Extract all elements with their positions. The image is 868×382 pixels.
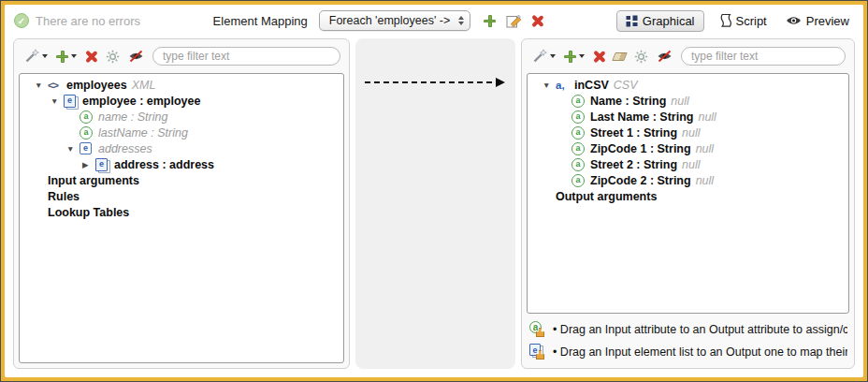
tab-script[interactable]: Script xyxy=(714,9,772,32)
preview-eye-icon xyxy=(786,15,802,26)
erase-values-button[interactable] xyxy=(614,52,626,61)
add-node-button[interactable] xyxy=(564,51,585,63)
delete-x-icon xyxy=(593,51,605,63)
script-view-icon xyxy=(718,13,731,28)
tree-item-label: ZipCode 1 : String xyxy=(590,142,691,155)
tree-row[interactable]: Street 1 : String null xyxy=(528,125,848,140)
tree-row[interactable]: Name : String null xyxy=(528,93,848,109)
tab-graphical-label: Graphical xyxy=(643,14,695,28)
expand-arrow-icon[interactable] xyxy=(82,160,95,169)
tree-item-suffix: null xyxy=(698,110,716,124)
tree-item-label: inCSV xyxy=(574,79,609,92)
check-circle-icon: ✓ xyxy=(14,13,29,28)
tree-item-label: Last Name : String xyxy=(590,110,693,124)
tree-item-label: Lookup Tables xyxy=(48,206,129,219)
tab-preview[interactable]: Preview xyxy=(781,10,854,32)
tree-item-label: lastName : String xyxy=(98,126,188,140)
tree-row[interactable]: address : address xyxy=(20,156,343,172)
delete-node-button[interactable] xyxy=(85,51,97,63)
tree-row[interactable]: Input arguments xyxy=(20,172,343,188)
expand-arrow-icon[interactable] xyxy=(51,96,64,106)
hint-row: e • Drag an Input element list to an Out… xyxy=(528,344,847,360)
attribute-icon xyxy=(571,157,587,171)
delete-mapping-button[interactable] xyxy=(531,15,543,27)
tree-item-label: employees xyxy=(66,79,127,92)
hide-attributes-button[interactable] xyxy=(657,50,673,63)
auto-map-button[interactable] xyxy=(24,49,48,64)
tree-row[interactable]: Rules xyxy=(20,188,343,204)
mapping-canvas xyxy=(355,38,515,369)
element-drag-icon: e xyxy=(528,344,545,360)
tree-item-suffix: null xyxy=(671,95,688,108)
tree-item-label: name : String xyxy=(98,110,167,124)
tree-row[interactable]: addresses xyxy=(20,140,343,156)
expand-arrow-icon[interactable] xyxy=(66,144,80,154)
dropdown-caret-icon xyxy=(579,54,585,58)
expand-arrow-icon[interactable] xyxy=(542,81,556,90)
tree-row[interactable]: Lookup Tables xyxy=(20,204,343,220)
attribute-icon xyxy=(80,110,95,124)
delete-node-button[interactable] xyxy=(593,51,605,63)
tree-item-suffix: null xyxy=(682,126,700,140)
attribute-icon xyxy=(571,94,587,108)
tree-row[interactable]: lastName : String xyxy=(20,125,343,140)
tree-row[interactable]: name : String xyxy=(20,109,343,125)
expand-arrow-icon[interactable] xyxy=(35,81,48,90)
foreach-mapping-arrow[interactable] xyxy=(365,81,501,83)
dropdown-caret-icon xyxy=(550,54,556,58)
settings-button[interactable] xyxy=(634,50,648,64)
tree-item-label: Rules xyxy=(48,190,80,203)
plus-icon xyxy=(564,51,576,63)
hide-attributes-button[interactable] xyxy=(128,50,144,63)
hint-row: a • Drag an Input attribute to an Output… xyxy=(528,321,847,337)
mapping-select[interactable]: Foreach 'employees' -> xyxy=(319,10,471,31)
tree-item-label: Input arguments xyxy=(48,174,139,187)
tree-row[interactable]: Street 2 : String null xyxy=(528,156,848,172)
settings-button[interactable] xyxy=(106,50,120,64)
tree-row[interactable]: ZipCode 1 : String null xyxy=(528,140,848,156)
attribute-icon xyxy=(571,110,587,124)
tree-item-label: Output arguments xyxy=(556,190,657,203)
tree-row[interactable]: Output arguments xyxy=(528,188,848,204)
eye-slash-icon xyxy=(128,50,144,63)
tab-script-label: Script xyxy=(736,14,767,28)
eraser-icon xyxy=(612,52,628,61)
tree-item-label: address : address xyxy=(114,158,214,171)
tree-item-label: ZipCode 2 : String xyxy=(590,174,691,187)
tree-row[interactable]: ZipCode 2 : String null xyxy=(528,172,848,188)
csv-icon xyxy=(556,78,571,92)
auto-map-button[interactable] xyxy=(532,49,556,64)
tree-item-label: employee : employee xyxy=(82,95,200,108)
element-list-icon xyxy=(64,94,80,108)
hint-text: • Drag an Input attribute to an Output a… xyxy=(553,323,847,336)
input-toolbar xyxy=(19,45,344,67)
output-filter-field[interactable] xyxy=(681,47,846,66)
tree-row[interactable]: Last Name : String null xyxy=(528,109,848,125)
input-tree: employees XML employee : employee xyxy=(19,73,344,363)
edit-mapping-button[interactable] xyxy=(506,14,521,28)
status-indicator: ✓ There are no errors xyxy=(14,13,140,28)
add-node-button[interactable] xyxy=(56,51,77,63)
magic-wand-icon xyxy=(24,49,39,64)
tab-graphical[interactable]: Graphical xyxy=(616,10,704,32)
attribute-drag-icon: a xyxy=(528,321,545,337)
mapping-action-buttons xyxy=(484,14,543,28)
delete-x-icon xyxy=(531,15,543,27)
tree-row[interactable]: employee : employee xyxy=(20,93,343,109)
hints-area: a • Drag an Input attribute to an Output… xyxy=(527,321,849,360)
tree-row[interactable]: inCSV CSV xyxy=(528,77,848,93)
delete-x-icon xyxy=(85,51,97,63)
plus-icon xyxy=(56,51,68,63)
input-filter-field[interactable] xyxy=(152,47,340,66)
add-mapping-button[interactable] xyxy=(484,15,496,27)
edit-icon xyxy=(506,14,521,28)
tree-item-suffix: null xyxy=(682,158,700,171)
tree-item-label: addresses xyxy=(98,142,152,155)
tree-row[interactable]: employees XML xyxy=(20,77,343,93)
attribute-icon xyxy=(571,141,587,155)
attribute-icon xyxy=(571,173,587,187)
tree-item-label: Name : String xyxy=(590,95,666,108)
header-bar: ✓ There are no errors Element Mapping Fo… xyxy=(5,5,863,37)
xml-tag-icon xyxy=(48,78,64,92)
view-switcher: Graphical Script Preview xyxy=(616,9,854,32)
